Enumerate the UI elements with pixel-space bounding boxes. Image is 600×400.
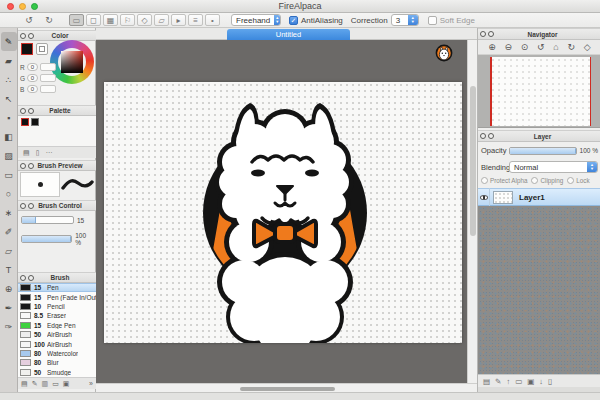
delete-layer-icon[interactable]: ▯ <box>548 377 552 386</box>
brush-size-slider[interactable] <box>21 216 74 224</box>
transform-icon[interactable]: ◇ <box>137 14 152 26</box>
brush-list-item[interactable]: 8.5Eraser <box>18 311 96 320</box>
redo-icon[interactable]: ↻ <box>42 14 56 26</box>
brush-list-item[interactable]: 80Watercolor <box>18 349 96 358</box>
red-channel-slider[interactable] <box>40 63 56 71</box>
layer-list-item[interactable]: Layer1 <box>478 188 600 206</box>
brush-list-item[interactable]: 15Pen <box>18 283 96 292</box>
text-tool[interactable]: T <box>1 260 17 279</box>
panel-close-button[interactable] <box>480 31 486 37</box>
gradient-tool[interactable]: ▨ <box>1 146 17 165</box>
reset-view-icon[interactable]: ⌂ <box>553 42 558 52</box>
clipping-checkbox[interactable] <box>531 177 538 184</box>
magic-wand-tool[interactable]: ∗ <box>1 203 17 222</box>
zoom-in-icon[interactable]: ⊕ <box>488 42 496 52</box>
opacity-slider[interactable] <box>509 147 577 155</box>
select-rect-tool[interactable]: ▭ <box>1 165 17 184</box>
add-brush-icon[interactable]: ▤ <box>21 380 28 388</box>
brush-list-item[interactable]: 50AirBrush <box>18 330 96 339</box>
brush-list-item[interactable]: 10Pencil <box>18 302 96 311</box>
select-lasso-tool[interactable]: ○ <box>1 184 17 203</box>
edit-brush-icon[interactable]: ✎ <box>32 380 38 388</box>
add-layer-icon[interactable]: ▤ <box>483 377 490 386</box>
delete-swatch-icon[interactable]: ▯ <box>36 149 40 157</box>
panel-close-button[interactable] <box>480 133 486 139</box>
move-tool[interactable]: ↖ <box>1 89 17 108</box>
canvas-viewport[interactable] <box>96 40 467 383</box>
brush-list-item[interactable]: 50Smudge <box>18 368 96 377</box>
more-brushes-icon[interactable]: » <box>89 380 93 387</box>
brush-list-item[interactable]: 15Pen (Fade In/Out) <box>18 292 96 301</box>
select-rect-icon[interactable]: ▭ <box>69 14 84 26</box>
new-swatch-icon[interactable]: ▤ <box>23 149 30 157</box>
dot-pen-tool[interactable]: ∴ <box>1 70 17 89</box>
horizontal-scrollbar-thumb[interactable] <box>240 387 335 391</box>
blue-channel-slider[interactable] <box>40 85 56 93</box>
eraser-tool[interactable]: ▰ <box>1 51 17 70</box>
antialiasing-checkbox[interactable]: ✓ AntiAliasing <box>289 16 343 25</box>
grid-icon[interactable]: ▦ <box>103 14 118 26</box>
blending-select[interactable]: Normal ▲▼ <box>509 161 598 173</box>
blue-channel-value[interactable]: 0 <box>27 85 38 93</box>
zoom-out-icon[interactable]: ⊖ <box>505 42 513 52</box>
layer-folder-icon[interactable]: ▭ <box>515 377 522 386</box>
lock-checkbox[interactable] <box>567 177 574 184</box>
brush-list-item[interactable]: 15Edge Pen <box>18 321 96 330</box>
flag-icon[interactable]: ⚐ <box>120 14 135 26</box>
panel-close-button[interactable] <box>20 163 26 169</box>
rotate-right-icon[interactable]: ↻ <box>567 42 575 52</box>
bucket-tool[interactable]: ◧ <box>1 127 17 146</box>
cursor-icon[interactable]: ▸ <box>171 14 186 26</box>
table-icon[interactable]: ≡ <box>188 14 203 26</box>
navigator-preview[interactable] <box>478 55 600 128</box>
vertical-scrollbar[interactable] <box>467 40 477 383</box>
layer-visibility-toggle[interactable] <box>478 188 490 206</box>
edit-layer-icon[interactable]: ✎ <box>495 377 501 386</box>
pen-tool[interactable]: ✎ <box>1 32 17 51</box>
foreground-color-swatch[interactable] <box>21 43 33 55</box>
zoom-reset-icon[interactable]: ⊙ <box>521 42 529 52</box>
canvas-page[interactable] <box>104 82 462 343</box>
duplicate-brush-icon[interactable]: ▥ <box>42 380 49 388</box>
red-channel-value[interactable]: 0 <box>27 63 38 71</box>
zoom-tool[interactable]: ⊕ <box>1 279 17 298</box>
eyedropper-tool[interactable]: ✒ <box>1 298 17 317</box>
fit-window-icon[interactable]: ◇ <box>584 42 591 52</box>
green-channel-slider[interactable] <box>40 74 56 82</box>
palette-swatch[interactable] <box>21 118 29 126</box>
vertical-scrollbar-thumb[interactable] <box>470 86 476 236</box>
brush-list-item[interactable]: 100AirBrush <box>18 339 96 348</box>
duplicate-layer-icon[interactable]: ▣ <box>527 377 534 386</box>
tool-mode-select[interactable]: Freehand ▲▼ <box>231 14 281 26</box>
brush-list-item[interactable]: 80Blur <box>18 358 96 367</box>
protect-alpha-checkbox[interactable] <box>481 177 488 184</box>
rotate-left-icon[interactable]: ↺ <box>537 42 545 52</box>
brush-folder-icon[interactable]: ▭ <box>52 380 59 388</box>
green-channel-value[interactable]: 0 <box>27 74 38 82</box>
delete-brush-icon[interactable]: ▣ <box>63 380 70 388</box>
merge-layer-icon[interactable]: ↓ <box>539 377 543 386</box>
horizontal-scrollbar[interactable] <box>96 383 477 392</box>
document-tab[interactable]: Untitled <box>227 29 350 40</box>
more-options-icon[interactable]: ⋯ <box>45 149 52 157</box>
soft-edge-checkbox[interactable]: Soft Edge <box>428 16 475 25</box>
panel-close-button[interactable] <box>20 33 26 39</box>
move-layer-up-icon[interactable]: ↑ <box>506 377 510 386</box>
fill-tool[interactable]: ▪ <box>1 108 17 127</box>
background-color-swatch[interactable] <box>36 43 48 55</box>
brush-opacity-slider[interactable] <box>21 235 72 243</box>
hand-tool[interactable]: ✑ <box>1 317 17 336</box>
undo-icon[interactable]: ↺ <box>22 14 36 26</box>
palette-swatch[interactable] <box>31 118 39 126</box>
color-wheel[interactable] <box>50 40 94 84</box>
flip-icon[interactable]: ▱ <box>154 14 169 26</box>
point-icon[interactable]: • <box>205 14 220 26</box>
deselect-icon[interactable]: ◻ <box>86 14 101 26</box>
panel-close-button[interactable] <box>20 275 26 281</box>
select-pen-tool[interactable]: ✐ <box>1 222 17 241</box>
saturation-value-box[interactable] <box>61 51 83 73</box>
panel-close-button[interactable] <box>20 203 26 209</box>
panel-close-button[interactable] <box>20 108 26 114</box>
correction-select[interactable]: 3 ▲▼ <box>391 14 419 26</box>
select-eraser-tool[interactable]: ▱ <box>1 241 17 260</box>
